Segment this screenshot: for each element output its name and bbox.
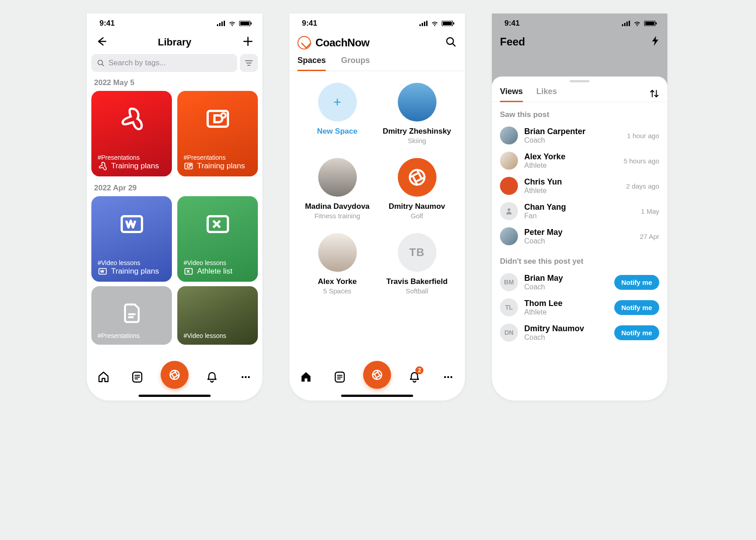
space-item[interactable]: Madina Davydova Fitness training xyxy=(302,158,373,220)
viewer-row[interactable]: Peter May Coach 27 Apr xyxy=(492,224,667,249)
library-card-grey[interactable]: #Presentations xyxy=(91,286,172,345)
notify-button[interactable]: Notify me xyxy=(614,300,659,315)
xls-icon xyxy=(204,211,231,238)
nav-capture[interactable] xyxy=(363,361,391,389)
nav-home[interactable] xyxy=(94,367,113,387)
status-time: 9:41 xyxy=(302,19,317,28)
notify-button[interactable]: Notify me xyxy=(614,275,659,290)
avatar xyxy=(500,227,518,245)
user-name: Brian Carpenter xyxy=(524,127,621,136)
notification-badge: 2 xyxy=(415,366,423,374)
view-time: 5 hours ago xyxy=(624,157,659,165)
back-button[interactable] xyxy=(95,35,108,50)
space-item[interactable]: Alex Yorke 5 Spaces xyxy=(302,233,373,295)
card-tag: #Presentations xyxy=(184,154,252,161)
avatar xyxy=(318,158,357,197)
tab-views[interactable]: Views xyxy=(500,87,523,102)
avatar: TL xyxy=(500,298,518,316)
view-time: 1 May xyxy=(641,207,659,215)
home-indicator xyxy=(139,395,211,397)
notify-button[interactable]: Notify me xyxy=(614,325,659,340)
pdf-icon xyxy=(118,105,145,132)
library-card-pdf[interactable]: #Presentations Training plans xyxy=(91,91,172,176)
card-tag: #Presentations xyxy=(98,332,166,339)
bolt-button[interactable] xyxy=(650,35,659,49)
viewer-row[interactable]: BM Brian May Coach Notify me xyxy=(492,270,667,295)
card-name: Athlete list xyxy=(197,267,232,276)
user-name: Alex Yorke xyxy=(524,152,617,162)
doc-icon xyxy=(120,301,144,324)
nav-capture[interactable] xyxy=(161,361,189,389)
viewer-row[interactable]: Alex Yorke Athlete 5 hours ago xyxy=(492,148,667,173)
status-icons xyxy=(216,21,252,26)
screen-feed: 9:41 Feed Views Likes Saw this post Bria… xyxy=(492,14,667,400)
card-tag: #Video lessons xyxy=(184,332,252,339)
brand-logo-icon xyxy=(297,36,311,50)
space-item[interactable]: TB Travis Bakerfield Softball xyxy=(382,233,452,295)
library-card-photo[interactable]: #Video lessons xyxy=(177,286,258,345)
viewer-row[interactable]: Chris Yun Athlete 2 days ago xyxy=(492,173,667,198)
nav-notifications[interactable]: 2 xyxy=(405,367,424,387)
library-card-word[interactable]: #Video lessons Training plans xyxy=(91,196,172,282)
nav-library[interactable] xyxy=(127,367,147,387)
space-item[interactable]: Dmitry Zheshinsky Skiing xyxy=(382,83,452,144)
brand-name: CoachNow xyxy=(315,36,369,49)
tab-likes[interactable]: Likes xyxy=(536,87,557,102)
sheet-grabber[interactable] xyxy=(570,80,590,82)
home-indicator xyxy=(341,395,413,397)
user-name: Chris Yun xyxy=(524,177,620,187)
library-card-ppt[interactable]: #Presentations Training plans xyxy=(177,91,258,176)
search-button[interactable] xyxy=(445,36,457,50)
avatar xyxy=(500,152,518,170)
section-title-notseen: Didn't see this post yet xyxy=(492,249,667,270)
space-sub: 5 Spaces xyxy=(302,287,373,295)
user-role: Coach xyxy=(524,283,608,291)
section-title-saw: Saw this post xyxy=(492,102,667,123)
filter-button[interactable] xyxy=(240,54,258,72)
space-item[interactable]: Dmitry Naumov Golf xyxy=(382,158,452,220)
user-name: Chan Yang xyxy=(524,202,634,212)
avatar xyxy=(398,83,436,122)
page-title: Library xyxy=(108,36,242,48)
viewer-row[interactable]: Chan Yang Fan 1 May xyxy=(492,198,667,224)
view-time: 1 hour ago xyxy=(627,132,659,140)
nav-notifications[interactable] xyxy=(202,367,222,387)
add-button[interactable] xyxy=(242,35,254,50)
status-icons xyxy=(621,21,657,26)
tab-groups[interactable]: Groups xyxy=(341,56,370,71)
nav-home[interactable] xyxy=(296,367,316,387)
search-input[interactable]: Search by tags... xyxy=(91,54,237,72)
user-name: Peter May xyxy=(524,228,634,237)
status-bar: 9:41 xyxy=(289,14,465,33)
sort-button[interactable] xyxy=(649,89,659,100)
nav-more[interactable] xyxy=(236,367,256,387)
card-tag: #Video lessons xyxy=(184,259,252,266)
user-name: Thom Lee xyxy=(524,299,608,308)
status-time: 9:41 xyxy=(504,19,520,28)
bottom-sheet: Views Likes Saw this post Brian Carpente… xyxy=(492,76,667,400)
viewer-row[interactable]: TL Thom Lee Athlete Notify me xyxy=(492,295,667,320)
viewer-row[interactable]: DN Dmitry Naumov Coach Notify me xyxy=(492,320,667,345)
new-space-label: New Space xyxy=(302,127,373,136)
library-card-xls[interactable]: #Video lessons Athlete list xyxy=(177,196,258,282)
card-tag: #Presentations xyxy=(98,154,166,161)
user-name: Brian May xyxy=(524,274,608,283)
nav-more[interactable] xyxy=(438,367,458,387)
space-sub: Golf xyxy=(382,212,452,220)
tab-spaces[interactable]: Spaces xyxy=(297,56,326,71)
viewer-row[interactable]: Brian Carpenter Coach 1 hour ago xyxy=(492,123,667,148)
avatar: TB xyxy=(398,233,436,272)
avatar: DN xyxy=(500,324,518,342)
new-space-button[interactable]: + New Space xyxy=(302,83,373,144)
word-icon xyxy=(118,211,145,238)
nav-library[interactable] xyxy=(330,367,350,387)
card-name: Training plans xyxy=(197,162,245,171)
avatar: BM xyxy=(500,273,518,291)
space-name: Madina Davydova xyxy=(302,202,373,211)
space-sub: Softball xyxy=(382,287,452,295)
status-bar: 9:41 xyxy=(492,14,667,33)
user-role: Athlete xyxy=(524,162,617,170)
pdf-icon xyxy=(98,161,108,171)
screen-spaces: 9:41 CoachNow Spaces Groups + New Space … xyxy=(289,14,465,400)
card-name: Training plans xyxy=(111,267,159,276)
